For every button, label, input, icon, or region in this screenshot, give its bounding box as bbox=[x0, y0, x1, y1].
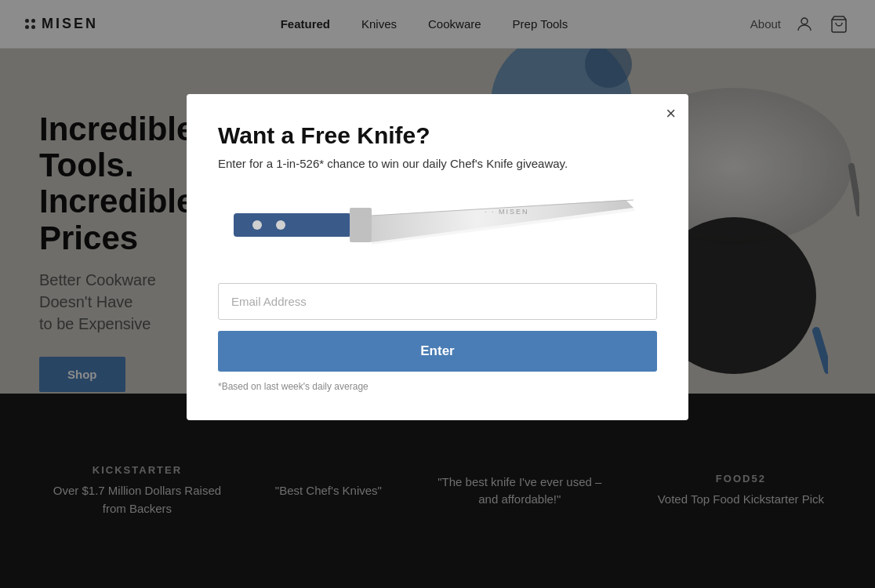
close-button[interactable]: × bbox=[666, 105, 676, 122]
svg-rect-9 bbox=[350, 208, 372, 242]
modal-title: Want a Free Knife? bbox=[218, 122, 657, 149]
modal: × Want a Free Knife? Enter for a 1-in-52… bbox=[187, 94, 688, 420]
svg-rect-6 bbox=[234, 213, 351, 237]
email-input[interactable] bbox=[218, 283, 657, 320]
svg-point-8 bbox=[276, 220, 285, 230]
svg-text:· · MISEN: · · MISEN bbox=[485, 208, 529, 216]
modal-subtitle: Enter for a 1-in-526* chance to win our … bbox=[218, 157, 657, 170]
knife-image: · · MISEN bbox=[218, 186, 657, 264]
modal-disclaimer: *Based on last week's daily average bbox=[218, 381, 657, 392]
svg-point-7 bbox=[252, 220, 262, 230]
enter-button[interactable]: Enter bbox=[218, 331, 657, 372]
